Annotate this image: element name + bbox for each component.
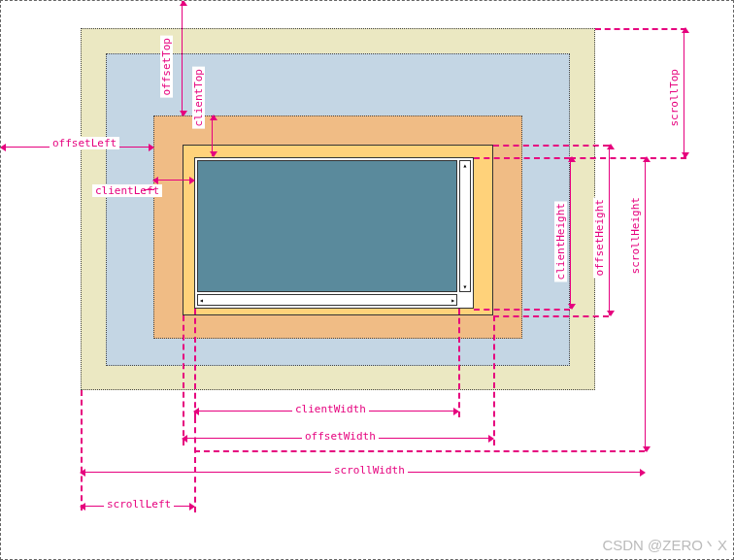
horizontal-scrollbar[interactable]: ◂ ▸	[197, 294, 457, 306]
offsetTop-label: offsetTop	[160, 36, 173, 98]
scroll-viewport: ▴ ▾ ◂ ▸	[194, 157, 474, 309]
vertical-scrollbar[interactable]: ▴ ▾	[459, 160, 471, 292]
scrollTop-label: scrollTop	[668, 67, 681, 129]
arrow-up-icon: ▴	[463, 161, 468, 170]
scrollHeight-label: scrollHeight	[629, 195, 642, 276]
content-area	[197, 160, 457, 292]
scrollTop-arrow	[684, 28, 684, 157]
diagram-canvas: ▴ ▾ ◂ ▸ offsetTop clientTop offsetLeft c…	[0, 0, 734, 560]
offsetHeight-label: offsetHeight	[593, 197, 606, 278]
offsetWidth-label: offsetWidth	[302, 430, 379, 443]
clientWidth-label: clientWidth	[292, 403, 369, 415]
arrow-right-icon: ▸	[450, 296, 455, 305]
clientTop-arrow	[212, 115, 213, 156]
watermark: CSDN @ZERO丶X	[602, 537, 727, 555]
clientHeight-arrow	[570, 157, 571, 309]
scrollHeight-arrow	[645, 157, 646, 451]
offsetHeight-arrow	[609, 145, 610, 315]
arrow-down-icon: ▾	[463, 282, 468, 291]
clientLeft-label: clientLeft	[92, 184, 162, 197]
scrollLeft-label: scrollLeft	[104, 498, 174, 511]
clientTop-label: clientTop	[192, 67, 205, 129]
offsetLeft-label: offsetLeft	[50, 137, 119, 149]
scrollWidth-label: scrollWidth	[331, 464, 408, 477]
clientLeft-arrow	[153, 180, 194, 181]
offsetTop-arrow	[182, 1, 183, 115]
arrow-left-icon: ◂	[199, 296, 204, 305]
clientHeight-label: clientHeight	[554, 201, 567, 281]
